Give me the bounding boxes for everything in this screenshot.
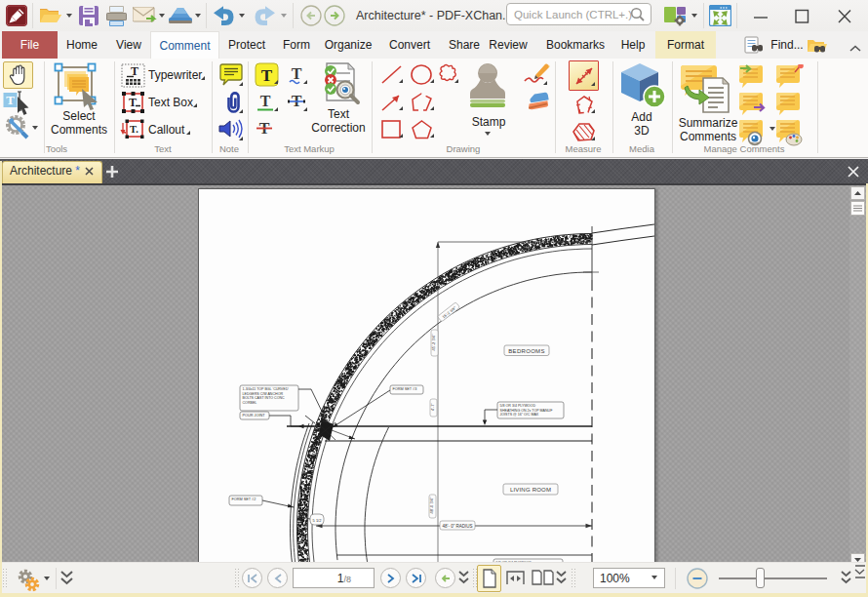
svg-text:LIVING ROOM: LIVING ROOM bbox=[510, 487, 551, 493]
svg-text:CORBEL: CORBEL bbox=[243, 401, 257, 405]
svg-text:45'-2 3/4": 45'-2 3/4" bbox=[431, 334, 436, 350]
svg-text:T: T bbox=[292, 65, 302, 82]
svg-text:5 1/2: 5 1/2 bbox=[313, 518, 323, 523]
svg-text:BEDROOMS: BEDROOMS bbox=[508, 348, 544, 354]
svg-text:POUR JOINT: POUR JOINT bbox=[243, 414, 266, 418]
svg-text:T.: T. bbox=[130, 124, 138, 135]
svg-text:5/8 OR 3/4 PLYWOOD: 5/8 OR 3/4 PLYWOOD bbox=[500, 404, 536, 408]
svg-text:T: T bbox=[261, 66, 273, 85]
svg-text:T: T bbox=[6, 93, 15, 107]
svg-text:SHEATHING ON 2x TOP MANUF: SHEATHING ON 2x TOP MANUF bbox=[500, 409, 554, 413]
svg-text:1-3/4x11 TOP BGL 'CURVED': 1-3/4x11 TOP BGL 'CURVED' bbox=[243, 387, 290, 391]
svg-text:BOLTS CAST INTO CONC: BOLTS CAST INTO CONC bbox=[243, 396, 286, 400]
svg-text:48'-0 3/4": 48'-0 3/4" bbox=[429, 497, 434, 513]
svg-text:FORM SET #2: FORM SET #2 bbox=[232, 498, 256, 501]
svg-text:48'- 0" RADIUS: 48'- 0" RADIUS bbox=[443, 524, 473, 529]
svg-text:JOISTS @ 16" O/C MAX: JOISTS @ 16" O/C MAX bbox=[500, 413, 539, 417]
svg-text:T: T bbox=[129, 96, 137, 109]
svg-text:T: T bbox=[260, 93, 271, 109]
svg-text:4'-7": 4'-7" bbox=[430, 402, 435, 411]
svg-text:LEDGERS C/W ANCHOR: LEDGERS C/W ANCHOR bbox=[243, 392, 284, 396]
svg-text:FORM SET #3: FORM SET #3 bbox=[393, 387, 417, 391]
